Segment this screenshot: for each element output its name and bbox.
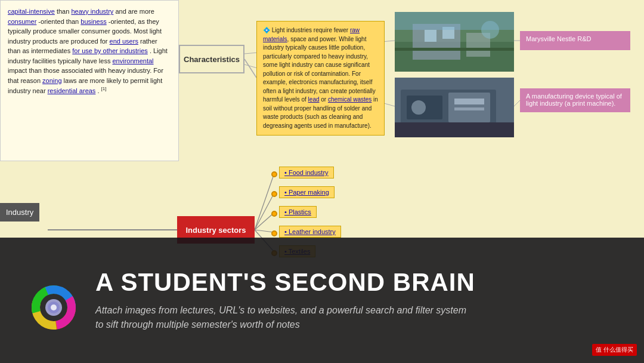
bottom-overlay: A STUDENT'S SECOND BRAIN Attach images f… — [0, 238, 644, 363]
heavy-industry-link[interactable]: heavy industry — [71, 8, 113, 15]
consumer-link[interactable]: consumer — [8, 18, 36, 25]
top-image — [395, 12, 514, 72]
logo — [21, 275, 86, 340]
watermark-text: 值 什么值得买 — [596, 346, 633, 353]
industry-sectors-label: Industry sectors — [185, 226, 246, 235]
leather-industry-link[interactable]: • Leather industry — [284, 228, 336, 235]
top-caption-text: Marysville Nestle R&D — [526, 35, 591, 42]
svg-rect-14 — [425, 30, 436, 42]
svg-point-35 — [51, 304, 57, 310]
bottom-caption-text: A manufacturing device typical of light … — [526, 93, 622, 107]
left-text-9: . — [97, 87, 99, 94]
footnote-1: [1] — [101, 86, 107, 91]
char-bubble-intro: 💠 — [263, 27, 272, 33]
characteristics-label: Characteristics — [184, 55, 240, 64]
svg-rect-17 — [395, 48, 514, 51]
paper-making-link[interactable]: • Paper making — [284, 189, 329, 196]
svg-rect-24 — [454, 99, 484, 104]
sector-dot-2 — [271, 191, 277, 197]
residential-link[interactable]: residential areas — [48, 87, 96, 94]
sector-dot-3 — [271, 211, 277, 217]
sector-item-paper[interactable]: • Paper making — [279, 186, 335, 198]
top-caption: Marysville Nestle R&D — [520, 31, 630, 50]
sector-dot-1 — [271, 171, 277, 177]
end-users-link[interactable]: end users — [110, 38, 138, 45]
bottom-caption: A manufacturing device typical of light … — [520, 88, 630, 112]
left-text-3: -oriented than — [38, 18, 80, 25]
zoning-link[interactable]: zoning — [42, 77, 61, 84]
bottom-image-fill — [395, 78, 514, 137]
svg-rect-25 — [454, 107, 484, 110]
svg-point-26 — [411, 100, 426, 115]
industries-link[interactable]: for use by other industries — [72, 47, 148, 54]
char-bubble-text: Light industries require fewer raw mater… — [263, 27, 378, 129]
top-image-fill — [395, 12, 514, 72]
svg-rect-27 — [395, 122, 514, 137]
bottom-image — [395, 78, 514, 137]
industry-tab-label: Industry — [6, 208, 33, 217]
plastics-link[interactable]: • Plastics — [284, 208, 311, 216]
lead-link[interactable]: lead — [308, 96, 320, 103]
bottom-subtitle: Attach images from lectures, URL's to we… — [95, 303, 549, 332]
bottom-title: A STUDENT'S SECOND BRAIN — [95, 269, 549, 296]
sector-item-plastics[interactable]: • Plastics — [279, 206, 317, 218]
left-text-2: and are more — [115, 8, 154, 15]
left-text-1: than — [57, 8, 71, 15]
sector-item-leather[interactable]: • Leather industry — [279, 226, 341, 238]
industry-tab[interactable]: Industry — [0, 203, 39, 222]
characteristics-box[interactable]: Characteristics — [179, 45, 244, 73]
watermark: 值 什么值得买 — [592, 344, 637, 356]
left-panel: capital-intensive than heavy industry an… — [0, 0, 179, 161]
svg-rect-19 — [395, 12, 514, 30]
sector-item-food[interactable]: • Food industry — [279, 167, 334, 179]
sector-dot-4 — [271, 230, 277, 236]
raw-materials-link[interactable]: raw materials — [263, 27, 360, 42]
environmental-link[interactable]: environmental — [112, 57, 153, 64]
characteristics-bubble: 💠 Light industries require fewer raw mat… — [256, 21, 385, 136]
food-industry-link[interactable]: • Food industry — [284, 169, 329, 176]
chemical-wastes-link[interactable]: chemical wastes — [328, 96, 371, 103]
capital-intensive-link[interactable]: capital-intensive — [8, 8, 55, 15]
business-link[interactable]: business — [80, 18, 106, 25]
logo-svg — [21, 275, 86, 340]
